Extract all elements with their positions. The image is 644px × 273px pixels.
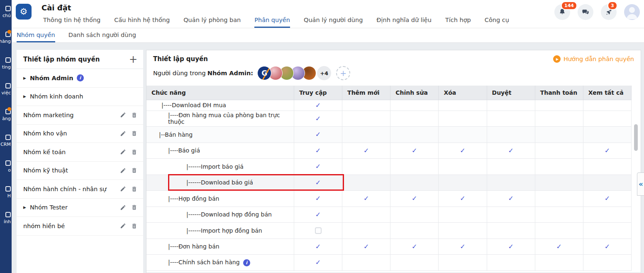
permission-toggle-cell[interactable]	[583, 159, 631, 175]
rail-item[interactable]: H	[0, 180, 12, 206]
permission-toggle-cell[interactable]: ✓	[583, 239, 631, 255]
permission-toggle-cell[interactable]: ✓	[342, 191, 390, 207]
permission-toggle-cell[interactable]	[487, 100, 535, 111]
permission-toggle-cell[interactable]: ✓	[583, 143, 631, 159]
settings-app-icon[interactable]: ⚙	[16, 4, 32, 20]
permission-toggle-cell[interactable]: ✓	[439, 143, 487, 159]
rail-item[interactable]: CRM	[0, 129, 12, 155]
permission-toggle-cell[interactable]	[390, 255, 439, 271]
main-tab[interactable]: Định nghĩa dữ liệu	[376, 15, 432, 28]
permission-toggle-cell[interactable]: ✓	[487, 239, 535, 255]
permission-toggle-cell[interactable]	[487, 111, 535, 127]
permission-toggle-cell[interactable]	[535, 255, 583, 271]
rail-item[interactable]: o	[0, 155, 12, 180]
permission-toggle-cell[interactable]	[439, 159, 487, 175]
edit-pencil-icon[interactable]	[120, 223, 126, 229]
permission-toggle-cell[interactable]	[487, 255, 535, 271]
rail-item[interactable]: hàng	[0, 26, 12, 52]
notifications-button[interactable]: 144	[554, 4, 570, 20]
permission-toggle-cell[interactable]: ✓	[487, 191, 535, 207]
edit-pencil-icon[interactable]	[120, 130, 126, 137]
permission-toggle-cell[interactable]	[535, 143, 583, 159]
collapse-panel-handle[interactable]: «	[637, 172, 644, 196]
permission-toggle-cell[interactable]	[535, 100, 583, 111]
main-tab[interactable]: Công cụ	[485, 15, 509, 28]
permission-toggle-cell[interactable]	[583, 207, 631, 223]
permission-toggle-cell[interactable]	[390, 159, 439, 175]
permission-toggle-cell[interactable]	[294, 223, 342, 239]
delete-trash-icon[interactable]	[131, 130, 137, 137]
permission-toggle-cell[interactable]: ✓	[390, 239, 439, 255]
sub-tab[interactable]: Danh sách người dùng	[68, 28, 136, 42]
unchecked-checkbox[interactable]	[315, 227, 322, 234]
main-tab[interactable]: Thông tin hệ thống	[43, 15, 100, 28]
delete-trash-icon[interactable]	[131, 186, 137, 192]
delete-trash-icon[interactable]	[131, 112, 137, 118]
permission-toggle-cell[interactable]	[535, 127, 583, 143]
permission-toggle-cell[interactable]	[583, 111, 631, 127]
permission-toggle-cell[interactable]	[487, 223, 535, 239]
permission-toggle-cell[interactable]: ✓	[294, 191, 342, 207]
delete-trash-icon[interactable]	[131, 149, 137, 155]
main-tab[interactable]: Quản lý người dùng	[304, 15, 363, 28]
rail-item[interactable]: ính	[0, 206, 12, 232]
main-tab[interactable]: Cấu hình hệ thống	[114, 15, 170, 28]
permission-toggle-cell[interactable]: ✓	[294, 239, 342, 255]
permission-toggle-cell[interactable]	[390, 127, 439, 143]
permission-guide-link[interactable]: ▶ Hướng dẫn phân quyền	[553, 55, 634, 63]
permission-toggle-cell[interactable]	[487, 175, 535, 191]
permission-toggle-cell[interactable]	[439, 255, 487, 271]
group-row[interactable]: nhóm hiền bé	[17, 217, 143, 236]
permission-toggle-cell[interactable]	[342, 127, 390, 143]
permission-toggle-cell[interactable]: ✓	[583, 191, 631, 207]
permission-toggle-cell[interactable]	[390, 223, 439, 239]
permission-toggle-cell[interactable]	[439, 100, 487, 111]
permission-toggle-cell[interactable]	[583, 255, 631, 271]
permission-toggle-cell[interactable]	[535, 111, 583, 127]
permission-toggle-cell[interactable]	[342, 159, 390, 175]
permission-toggle-cell[interactable]: ✓	[439, 239, 487, 255]
chat-button[interactable]	[578, 4, 593, 20]
permission-toggle-cell[interactable]	[439, 111, 487, 127]
permission-toggle-cell[interactable]: ✓	[294, 127, 342, 143]
permission-toggle-cell[interactable]	[342, 223, 390, 239]
delete-trash-icon[interactable]	[131, 167, 137, 174]
permission-toggle-cell[interactable]	[390, 111, 439, 127]
permission-toggle-cell[interactable]	[439, 127, 487, 143]
main-tab[interactable]: Quản lý phòng ban	[183, 15, 241, 28]
permission-toggle-cell[interactable]	[583, 175, 631, 191]
permission-toggle-cell[interactable]	[390, 175, 439, 191]
permission-toggle-cell[interactable]	[583, 127, 631, 143]
permission-toggle-cell[interactable]	[439, 175, 487, 191]
permission-toggle-cell[interactable]: ✓	[294, 100, 342, 111]
permission-toggle-cell[interactable]: ✓	[487, 143, 535, 159]
whats-new-button[interactable]: 3	[601, 4, 617, 20]
permission-toggle-cell[interactable]: ✓	[294, 143, 342, 159]
group-row[interactable]: ▶Nhóm Tester	[17, 199, 143, 217]
edit-pencil-icon[interactable]	[120, 186, 126, 192]
info-icon[interactable]: i	[243, 259, 250, 266]
group-row[interactable]: Nhóm kho vận	[17, 125, 143, 143]
permission-toggle-cell[interactable]: ✓	[294, 207, 342, 223]
permission-toggle-cell[interactable]	[342, 175, 390, 191]
delete-trash-icon[interactable]	[131, 223, 137, 229]
permission-toggle-cell[interactable]: ✓	[390, 143, 439, 159]
delete-trash-icon[interactable]	[131, 204, 137, 211]
permission-toggle-cell[interactable]	[583, 100, 631, 111]
permission-toggle-cell[interactable]	[342, 207, 390, 223]
edit-pencil-icon[interactable]	[120, 149, 126, 155]
member-avatar-logo[interactable]: G	[257, 66, 271, 80]
permission-toggle-cell[interactable]	[439, 223, 487, 239]
permission-toggle-cell[interactable]: ✓	[439, 191, 487, 207]
group-row[interactable]: Nhóm hành chính - nhân sự	[17, 180, 143, 199]
permission-toggle-cell[interactable]	[439, 207, 487, 223]
permission-toggle-cell[interactable]: ✓	[342, 239, 390, 255]
permission-toggle-cell[interactable]	[342, 255, 390, 271]
add-member-button[interactable]: +	[336, 66, 350, 80]
permission-toggle-cell[interactable]	[583, 223, 631, 239]
permission-toggle-cell[interactable]: ✓	[294, 111, 342, 127]
permission-toggle-cell[interactable]: ✓	[342, 143, 390, 159]
info-icon[interactable]: i	[77, 74, 84, 81]
permission-toggle-cell[interactable]	[342, 100, 390, 111]
permission-toggle-cell[interactable]: ✓	[294, 175, 342, 191]
